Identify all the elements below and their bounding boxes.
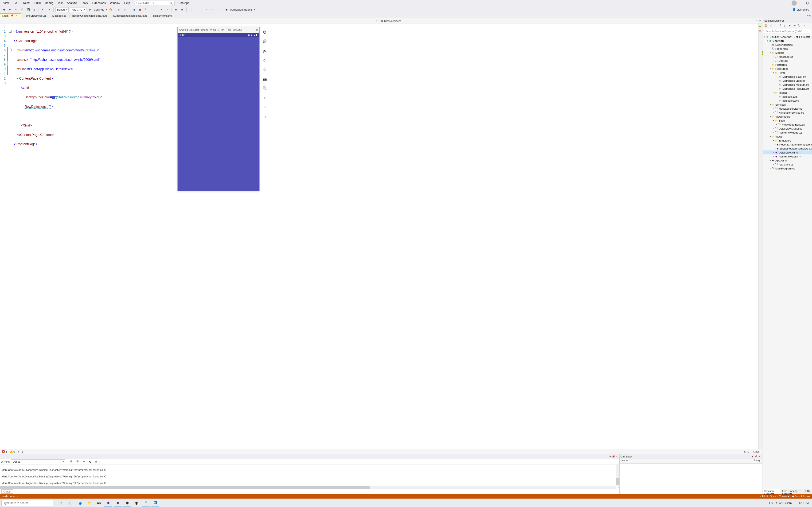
cortana-icon[interactable]: ○: [57, 500, 65, 507]
col-name[interactable]: Name: [621, 459, 748, 463]
minimize-button[interactable]: —: [800, 1, 803, 5]
tree-font2[interactable]: 🗎Metropolis-Light.otf: [763, 78, 812, 82]
overview-icon[interactable]: □: [262, 114, 267, 119]
menu-build[interactable]: Build: [33, 1, 43, 5]
volume-up-icon[interactable]: 🔊: [262, 39, 267, 44]
clear-icon[interactable]: ☰: [69, 459, 74, 464]
pause-icon[interactable]: ⏸: [132, 7, 137, 12]
split-icon[interactable]: ✚: [758, 18, 762, 23]
close-icon[interactable]: ✕: [615, 455, 618, 458]
tree-deps[interactable]: ▸⊕Dependencies: [763, 43, 812, 47]
edge-icon[interactable]: ◉: [76, 500, 84, 507]
menu-tools[interactable]: Tools: [79, 1, 90, 5]
tab-message[interactable]: Message.cs: [50, 13, 70, 18]
select-repo[interactable]: ◆ Select Repos: [792, 495, 810, 498]
encoding-indicator[interactable]: SPC: [744, 450, 750, 453]
tab-detailview[interactable]: l.xaml 📌 ✕: [0, 13, 21, 18]
platform-select[interactable]: Any CPU: [70, 7, 86, 12]
nav-dropdown-right[interactable]: RowDefinitions: [379, 18, 758, 23]
tree-svc1[interactable]: ▸C#MessageService.cs: [763, 107, 812, 111]
tab-xaml[interactable]: XAM: [803, 489, 812, 494]
tool-icon[interactable]: ▭: [189, 7, 193, 12]
clear-all-icon[interactable]: 🗙: [87, 459, 92, 464]
tool-icon[interactable]: ▭: [203, 7, 208, 12]
h-scrollbar[interactable]: ▸: [0, 486, 616, 489]
output-tab[interactable]: Output: [1, 490, 13, 494]
pin-icon[interactable]: 📌: [11, 14, 13, 17]
close-icon[interactable]: ✕: [256, 29, 258, 32]
clock[interactable]: 6:12 PM: [799, 502, 809, 504]
store-icon[interactable]: 🛍: [95, 500, 103, 507]
marker-strip[interactable]: [758, 23, 762, 449]
back-icon[interactable]: ◁: [262, 95, 267, 100]
volume-down-icon[interactable]: 🔉: [262, 48, 267, 53]
tab-overflow[interactable]: ▾ ⊕: [806, 13, 812, 18]
menu-help[interactable]: Help: [122, 1, 132, 5]
solution-tree[interactable]: ▾⊞Solution 'ChatApp' (1 of 1 project) ▾▣…: [763, 34, 812, 489]
tree-font1[interactable]: 🗎Metropolis-Black.otf: [763, 75, 812, 78]
tab-homeviewmodel[interactable]: HomeViewModel.cs: [21, 13, 50, 18]
live-share-button[interactable]: 👤 Live Share: [793, 8, 811, 11]
more-icon[interactable]: ⋯: [262, 123, 267, 128]
tree-dvm[interactable]: ▸C#DetailViewModel.cs: [763, 126, 812, 130]
task-view-icon[interactable]: ⊞: [67, 500, 75, 507]
dropdown-icon[interactable]: ▾: [751, 455, 754, 458]
save-icon[interactable]: 💾: [26, 7, 31, 12]
tree-hvm[interactable]: ▸C#HomeViewModel.cs: [763, 130, 812, 134]
chrome-icon[interactable]: ◉: [123, 500, 131, 507]
config-select[interactable]: Debug: [55, 7, 68, 12]
lang-indicator[interactable]: ES: [769, 502, 773, 504]
tree-images[interactable]: ▸📁Images: [763, 91, 812, 95]
tree-img1[interactable]: 🗎appicon.svg: [763, 95, 812, 99]
emulator-window[interactable]: Android Emulator - phone_m-dpi_5_4in_-_a…: [177, 27, 272, 191]
show-icon[interactable]: 👁: [792, 23, 796, 28]
rotate-left-icon[interactable]: ◇: [262, 58, 267, 63]
tree-props[interactable]: ▸🔧Properties: [763, 47, 812, 51]
tree-models[interactable]: ▾📁Models: [763, 51, 812, 55]
tree-appxaml[interactable]: ▾◆App.xaml: [763, 158, 812, 162]
menu-analyze[interactable]: Analyze: [65, 1, 79, 5]
tree-maui[interactable]: ▸C#MauiProgram.cs: [763, 166, 812, 170]
filter-icon[interactable]: ⚗: [778, 23, 782, 28]
close-icon[interactable]: ✕: [758, 455, 761, 458]
wrap-icon[interactable]: ↩: [81, 459, 86, 464]
errors-count[interactable]: ✕1: [2, 450, 7, 453]
tab-homeview[interactable]: HomeView.xaml: [151, 13, 175, 18]
tree-img2[interactable]: 🗎appiconfg.svg: [763, 99, 812, 103]
tree-appcs[interactable]: ▸C#App.xaml.cs: [763, 162, 812, 166]
power-icon[interactable]: ⏻: [262, 30, 267, 35]
tool-icon[interactable]: ⊞: [173, 7, 178, 12]
user-avatar[interactable]: [792, 0, 797, 6]
tree-detailview[interactable]: ▸◆DetailView.xaml: [763, 151, 812, 155]
switch-icon[interactable]: ⇄: [768, 23, 773, 28]
tree-message[interactable]: ▸C#Message.cs: [763, 55, 812, 59]
preview-icon[interactable]: ▭: [801, 23, 806, 28]
menu-git[interactable]: Git: [12, 1, 19, 5]
warnings-count[interactable]: 0: [10, 450, 15, 453]
tool-icon[interactable]: ⊞: [180, 7, 185, 12]
forward-icon[interactable]: ▶: [7, 7, 12, 12]
tree-viewmodels[interactable]: ▾📁ViewModels: [763, 115, 812, 119]
home-icon[interactable]: 🏠: [764, 23, 768, 28]
step-icon2[interactable]: ⎘: [123, 7, 128, 12]
step-into-icon[interactable]: ↓: [153, 7, 157, 12]
tree-homeview[interactable]: ▸◆HomeView.xaml↖: [763, 155, 812, 158]
solexp-search[interactable]: Search Solution Explorer (Ctrl+'): [764, 29, 811, 34]
tree-platforms[interactable]: ▸📁Platforms: [763, 63, 812, 67]
save-all-icon[interactable]: 🗎: [32, 7, 37, 12]
code-editor[interactable]: 123 456 789 012 3: [0, 23, 758, 449]
tree-t1[interactable]: ▸◆RecentChatItemTemplate.xam: [763, 143, 812, 147]
code-text[interactable]: <?xml version="1.0" encoding="utf-8" ?> …: [12, 23, 758, 449]
zoom-icon[interactable]: 🔍: [262, 86, 267, 91]
nav-dropdown-left[interactable]: [0, 18, 379, 23]
menu-test[interactable]: Test: [56, 1, 65, 5]
menu-debug[interactable]: Debug: [43, 1, 55, 5]
insights-dropdown-icon[interactable]: ▾: [254, 8, 255, 11]
collapse-icon[interactable]: ⊟: [787, 23, 792, 28]
taskbar-search[interactable]: Type here to search: [1, 500, 53, 506]
close-icon[interactable]: ✕: [16, 14, 18, 17]
continue-label[interactable]: Continue: [94, 8, 104, 11]
tree-templates[interactable]: ▾📁Templates: [763, 138, 812, 143]
tab-liveprop[interactable]: Live Property Explorer: [781, 489, 804, 494]
weather-widget[interactable]: ☀ 62°F Sunny: [775, 501, 792, 504]
